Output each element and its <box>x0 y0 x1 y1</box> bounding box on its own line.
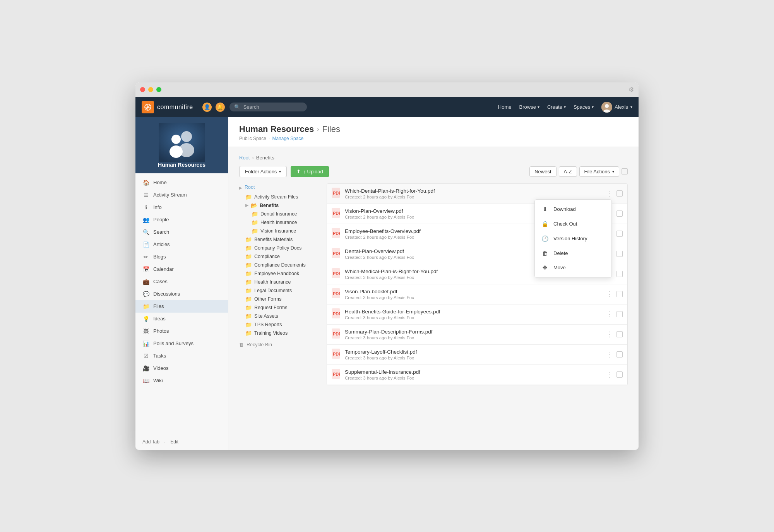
tree-item-site-assets[interactable]: 📁 Site Assets <box>245 312 320 320</box>
file-checkbox[interactable] <box>616 331 623 337</box>
sidebar-item-people[interactable]: 👥 People <box>135 214 228 226</box>
sidebar-item-wiki[interactable]: 📖 Wiki <box>135 375 228 387</box>
file-name[interactable]: Supplemental-Life-Insurance.pdf <box>345 369 600 375</box>
edit-link[interactable]: Edit <box>170 439 178 446</box>
nav-home[interactable]: Home <box>498 104 512 110</box>
file-checkbox[interactable] <box>616 271 623 277</box>
file-checkbox[interactable] <box>616 371 623 378</box>
sidebar-item-articles[interactable]: 📄 Articles <box>135 238 228 251</box>
svg-text:PDF: PDF <box>333 211 340 216</box>
file-kebab-button[interactable]: ⋮ <box>604 329 614 339</box>
sidebar-item-videos[interactable]: 🎥 Videos <box>135 362 228 375</box>
tree-item-benefits-materials[interactable]: 📁 Benefits Materials <box>245 235 320 244</box>
file-checkbox[interactable] <box>616 291 623 297</box>
dropdown-version-history[interactable]: 🕐 Version History <box>535 231 611 246</box>
folder-icon-tv: 📁 <box>245 330 252 336</box>
sidebar-item-discussions[interactable]: 💬 Discussions <box>135 288 228 300</box>
nav-browse[interactable]: Browse ▾ <box>519 104 539 110</box>
tree-item-vision[interactable]: 📁 Vision Insurance <box>252 227 320 235</box>
tree-item-compliance-docs[interactable]: 📁 Compliance Documents <box>245 261 320 269</box>
sidebar-item-activity-label: Activity Stream <box>153 192 187 198</box>
tree-item-dental[interactable]: 📁 Dental Insurance <box>252 210 320 218</box>
file-checkbox[interactable] <box>616 351 623 358</box>
sidebar-item-cases-label: Cases <box>153 279 168 284</box>
file-info: Summary-Plan-Description-Forms.pdf Creat… <box>345 329 600 340</box>
sidebar-item-activity-stream[interactable]: ☰ Activity Stream <box>135 189 228 201</box>
file-actions-button[interactable]: File Actions ▾ <box>579 166 619 177</box>
sidebar-item-ideas[interactable]: 💡 Ideas <box>135 313 228 325</box>
file-name[interactable]: Summary-Plan-Description-Forms.pdf <box>345 329 600 335</box>
sidebar-item-videos-label: Videos <box>153 365 169 371</box>
tree-item-other-forms[interactable]: 📁 Other Forms <box>245 295 320 303</box>
dropdown-checkout[interactable]: 🔒 Check Out <box>535 217 611 231</box>
nav-create[interactable]: Create ▾ <box>547 104 566 110</box>
messages-icon[interactable]: 👤 <box>202 103 212 112</box>
sidebar-item-info[interactable]: ℹ Info <box>135 201 228 214</box>
tree-item-compliance[interactable]: 📁 Compliance <box>245 252 320 261</box>
folder-icon-bm: 📁 <box>245 236 252 243</box>
tree-item-tps[interactable]: 📁 TPS Reports <box>245 320 320 329</box>
file-info: Health-Benefits-Guide-for-Employees.pdf … <box>345 309 600 320</box>
blogs-icon: ✏ <box>142 254 149 260</box>
tree-item-health-insurance[interactable]: 📁 Health Insurance <box>245 278 320 286</box>
file-checkbox[interactable] <box>616 190 623 197</box>
notifications-icon[interactable]: 🔔 <box>216 103 225 112</box>
nav-user[interactable]: Alexis ▾ <box>601 102 632 113</box>
settings-icon[interactable]: ⚙ <box>628 86 634 93</box>
tree-item-benefits[interactable]: ▶ 📂 Benefits <box>245 201 320 210</box>
upload-button[interactable]: ⬆ ↑ Upload <box>291 166 329 177</box>
select-all-checkbox[interactable] <box>622 168 628 174</box>
create-dropdown-icon: ▾ <box>564 105 566 109</box>
sidebar-item-polls[interactable]: 📊 Polls and Surveys <box>135 337 228 350</box>
search-bar[interactable]: 🔍 <box>229 103 307 111</box>
breadcrumb-root[interactable]: Root <box>239 155 250 161</box>
sidebar-item-calendar[interactable]: 📅 Calendar <box>135 263 228 275</box>
sidebar-item-search[interactable]: 🔍 Search <box>135 226 228 238</box>
sidebar-item-files[interactable]: 📁 Files <box>135 300 228 313</box>
sidebar-item-cases[interactable]: 💼 Cases <box>135 275 228 288</box>
sidebar-item-tasks[interactable]: ☑ Tasks <box>135 350 228 362</box>
close-button[interactable] <box>140 87 145 92</box>
file-kebab-button[interactable]: ⋮ <box>604 369 614 380</box>
sidebar-item-blogs[interactable]: ✏ Blogs <box>135 251 228 263</box>
search-input[interactable] <box>243 104 302 110</box>
tree-item-activity-stream-files[interactable]: 📁 Activity Stream Files <box>245 193 320 201</box>
file-name[interactable]: Vison-Plan-booklet.pdf <box>345 289 600 294</box>
minimize-button[interactable] <box>148 87 153 92</box>
sidebar-item-photos[interactable]: 🖼 Photos <box>135 325 228 337</box>
file-kebab-button[interactable]: ⋮ <box>604 289 614 299</box>
tree-item-request-forms[interactable]: 📁 Request Forms <box>245 303 320 312</box>
nav-spaces[interactable]: Spaces ▾ <box>574 104 594 110</box>
file-checkbox[interactable] <box>616 311 623 317</box>
file-kebab-button[interactable]: ⋮ <box>604 349 614 359</box>
add-tab-link[interactable]: Add Tab <box>142 439 159 446</box>
tree-item-health-insurance-sub[interactable]: 📁 Health Insurance <box>252 218 320 227</box>
file-name[interactable]: Temporary-Layoff-Checklist.pdf <box>345 349 600 355</box>
recycle-bin[interactable]: 🗑 Recycle Bin <box>239 342 320 347</box>
sidebar-item-home[interactable]: 🏠 Home <box>135 176 228 189</box>
maximize-button[interactable] <box>156 87 161 92</box>
tree-item-employee-handbook[interactable]: 📁 Employee Handbook <box>245 269 320 278</box>
tree-item-legal[interactable]: 📁 Legal Documents <box>245 286 320 295</box>
file-checkbox[interactable] <box>616 251 623 257</box>
manage-space-link[interactable]: Manage Space <box>272 136 303 141</box>
sort-az-button[interactable]: A-Z <box>559 166 577 177</box>
tree-item-company-policy[interactable]: 📁 Company Policy Docs <box>245 244 320 252</box>
file-meta: Created: 3 hours ago by Alexis Fox <box>345 295 600 300</box>
file-name[interactable]: Which-Dental-Plan-is-Right-for-You.pdf <box>345 188 600 194</box>
dropdown-move[interactable]: ✥ Move <box>535 260 611 275</box>
files-panel: PDF Which-Dental-Plan-is-Right-for-You.p… <box>327 183 628 385</box>
dropdown-delete[interactable]: 🗑 Delete <box>535 246 611 260</box>
file-kebab-button[interactable]: ⋮ <box>604 309 614 319</box>
nav-links: Home Browse ▾ Create ▾ Spaces ▾ Alexis ▾ <box>498 102 632 113</box>
file-meta: Created: 2 hours ago by Alexis Fox <box>345 195 600 199</box>
folder-actions-button[interactable]: Folder Actions ▾ <box>239 166 287 177</box>
dropdown-download[interactable]: ⬇ Download <box>535 202 611 217</box>
file-name[interactable]: Health-Benefits-Guide-for-Employees.pdf <box>345 309 600 315</box>
file-checkbox[interactable] <box>616 210 623 217</box>
file-checkbox[interactable] <box>616 231 623 237</box>
file-kebab-button[interactable]: ⋮ <box>604 188 614 198</box>
tree-item-training[interactable]: 📁 Training Videos <box>245 329 320 337</box>
sort-newest-button[interactable]: Newest <box>529 166 556 177</box>
tree-root[interactable]: ▶ Root <box>239 183 320 193</box>
